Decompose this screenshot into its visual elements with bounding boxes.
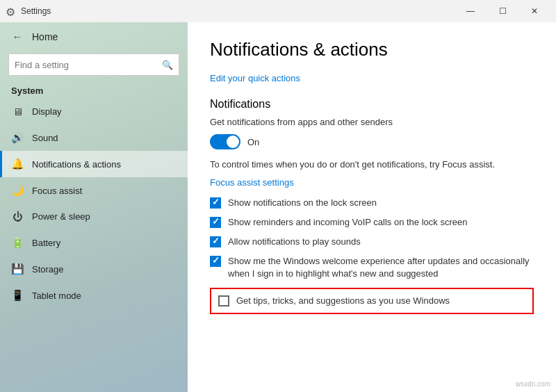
sidebar-search-box[interactable]: 🔍	[8, 54, 179, 76]
sidebar-item-label: Display	[32, 106, 62, 117]
title-bar-title: Settings	[21, 6, 455, 16]
checkbox-row-welcome: Show me the Windows welcome experience a…	[210, 255, 534, 280]
sidebar-item-label: Battery	[32, 238, 60, 248]
quick-actions-link[interactable]: Edit your quick actions	[210, 73, 300, 83]
maximize-button[interactable]: ☐	[486, 0, 518, 22]
sound-icon: 🔊	[11, 131, 24, 144]
watermark: wsxdn.com	[516, 380, 550, 388]
title-bar: ⚙ Settings — ☐ ✕	[0, 0, 556, 22]
sidebar-item-notifications[interactable]: 🔔 Notifications & actions	[0, 151, 188, 177]
sidebar-item-tablet[interactable]: 📱 Tablet mode	[0, 282, 188, 309]
sidebar-item-storage[interactable]: 💾 Storage	[0, 256, 188, 282]
minimize-button[interactable]: —	[455, 0, 486, 22]
checkboxes-container: Show notifications on the lock screen Sh…	[210, 197, 534, 314]
checkbox-label-sounds: Allow notifications to play sounds	[228, 236, 361, 248]
sidebar-item-label: Sound	[32, 133, 58, 143]
checkbox-label-lockscreen: Show notifications on the lock screen	[228, 197, 377, 209]
checkbox-row-voip: Show reminders and incoming VoIP calls o…	[210, 216, 534, 229]
window-controls: — ☐ ✕	[455, 0, 550, 22]
checkbox-row-lockscreen: Show notifications on the lock screen	[210, 197, 534, 209]
checkbox-row-sounds: Allow notifications to play sounds	[210, 236, 534, 248]
sidebar-item-focus[interactable]: 🌙 Focus assist	[0, 177, 188, 204]
page-title: Notifications & actions	[210, 39, 534, 60]
power-icon: ⏻	[11, 211, 24, 222]
search-input[interactable]	[15, 60, 162, 70]
sidebar-item-label: Notifications & actions	[32, 159, 121, 170]
battery-icon: 🔋	[11, 236, 24, 249]
sidebar-item-battery[interactable]: 🔋 Battery	[0, 229, 188, 256]
sidebar-item-display[interactable]: 🖥 Display	[0, 99, 188, 124]
home-icon: ←	[11, 31, 24, 42]
sidebar-section-label: System	[0, 81, 188, 99]
highlighted-checkbox-row: Get tips, tricks, and suggestions as you…	[210, 288, 534, 314]
toggle-label: On	[247, 137, 259, 147]
content-area: Notifications & actions Edit your quick …	[188, 22, 556, 392]
focus-icon: 🌙	[11, 184, 24, 197]
sidebar-item-sound[interactable]: 🔊 Sound	[0, 124, 188, 151]
checkbox-welcome[interactable]	[210, 256, 221, 267]
sidebar-item-label: Tablet mode	[32, 291, 81, 301]
notifications-icon: 🔔	[11, 158, 24, 170]
notifications-desc: Get notifications from apps and other se…	[210, 116, 534, 129]
checkbox-sounds[interactable]	[210, 236, 221, 247]
close-button[interactable]: ✕	[518, 0, 550, 22]
sidebar-item-power[interactable]: ⏻ Power & sleep	[0, 204, 188, 229]
sidebar-home-label: Home	[32, 31, 58, 42]
sidebar-item-label: Power & sleep	[32, 211, 90, 222]
checkbox-label-tips: Get tips, tricks, and suggestions as you…	[236, 295, 450, 307]
notifications-heading: Notifications	[210, 98, 534, 111]
sidebar-item-label: Focus assist	[32, 186, 82, 196]
checkbox-voip[interactable]	[210, 217, 221, 228]
notifications-toggle-row: On	[210, 134, 534, 149]
app-body: ← Home 🔍 System 🖥 Display 🔊 Sound 🔔 Noti…	[0, 22, 556, 392]
sidebar-item-home[interactable]: ← Home	[0, 22, 188, 51]
settings-icon: ⚙	[6, 6, 17, 17]
notifications-toggle[interactable]	[210, 134, 240, 149]
focus-assist-text: To control times when you do or don't ge…	[210, 158, 534, 172]
focus-assist-link[interactable]: Focus assist settings	[210, 177, 294, 188]
sidebar: ← Home 🔍 System 🖥 Display 🔊 Sound 🔔 Noti…	[0, 22, 188, 392]
storage-icon: 💾	[11, 263, 24, 275]
sidebar-item-label: Storage	[32, 264, 64, 275]
checkbox-label-welcome: Show me the Windows welcome experience a…	[228, 255, 534, 280]
checkbox-lockscreen[interactable]	[210, 197, 221, 209]
checkbox-tips[interactable]	[218, 295, 229, 307]
search-icon: 🔍	[162, 60, 173, 70]
checkbox-label-voip: Show reminders and incoming VoIP calls o…	[228, 216, 467, 229]
display-icon: 🖥	[11, 106, 24, 117]
tablet-icon: 📱	[11, 289, 24, 302]
